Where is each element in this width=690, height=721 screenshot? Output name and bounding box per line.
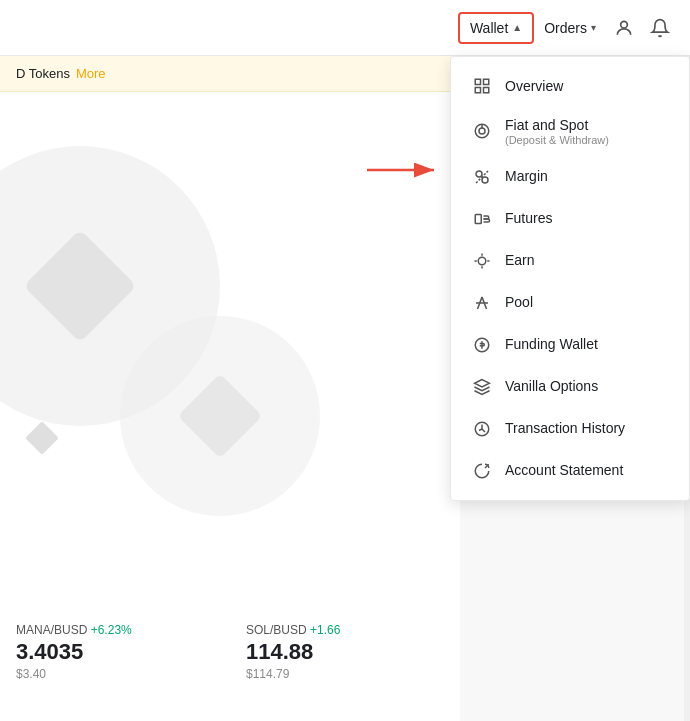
ticker-card-mana[interactable]: MANA/BUSD +6.23% 3.4035 $3.40 — [0, 613, 230, 691]
menu-item-fiat-spot[interactable]: Fiat and Spot(Deposit & Withdraw) — [451, 107, 689, 156]
ticker-change-sol: +1.66 — [310, 623, 340, 637]
ticker-pair-mana-label: MANA/BUSD — [16, 623, 91, 637]
ticker-row: MANA/BUSD +6.23% 3.4035 $3.40 SOL/BUSD +… — [0, 613, 460, 691]
circle-medium — [120, 316, 320, 516]
banner-more-link[interactable]: More — [76, 66, 106, 81]
svg-point-0 — [621, 21, 628, 28]
menu-item-vanilla[interactable]: Vanilla Options — [451, 366, 689, 408]
menu-main-label-pool: Pool — [505, 294, 533, 311]
menu-label-earn: Earn — [505, 252, 535, 269]
ticker-pair-mana: MANA/BUSD +6.23% — [16, 623, 214, 637]
menu-item-margin[interactable]: Margin — [451, 156, 689, 198]
svg-point-8 — [479, 128, 485, 134]
menu-label-futures: Futures — [505, 210, 552, 227]
svg-rect-6 — [484, 88, 489, 93]
menu-label-vanilla: Vanilla Options — [505, 378, 598, 395]
menu-main-label-earn: Earn — [505, 252, 535, 269]
ticker-price-sol: 114.88 — [246, 639, 444, 665]
orders-button[interactable]: Orders ▾ — [534, 14, 606, 42]
arrow-pointer — [362, 155, 442, 185]
menu-item-earn[interactable]: Earn — [451, 240, 689, 282]
svg-point-10 — [476, 171, 482, 177]
user-icon[interactable] — [606, 10, 642, 46]
pool-icon — [471, 292, 493, 314]
menu-label-funding: Funding Wallet — [505, 336, 598, 353]
orders-label: Orders — [544, 20, 587, 36]
menu-main-label-fiat-spot: Fiat and Spot — [505, 117, 609, 134]
background-decoration — [0, 116, 460, 666]
wallet-caret: ▲ — [512, 22, 522, 33]
ticker-usd-sol: $114.79 — [246, 667, 444, 681]
diamond-medium-icon — [178, 374, 263, 459]
ticker-usd-mana: $3.40 — [16, 667, 214, 681]
menu-item-overview[interactable]: Overview — [451, 65, 689, 107]
wallet-label: Wallet — [470, 20, 508, 36]
diamond-large-icon — [23, 229, 136, 342]
menu-label-account: Account Statement — [505, 462, 623, 479]
margin-icon — [471, 166, 493, 188]
menu-label-transaction: Transaction History — [505, 420, 625, 437]
svg-rect-13 — [475, 214, 481, 223]
menu-item-transaction[interactable]: Transaction History — [451, 408, 689, 450]
menu-main-label-funding: Funding Wallet — [505, 336, 598, 353]
banner-text: D Tokens — [16, 66, 70, 81]
svg-point-14 — [478, 257, 486, 265]
menu-item-funding[interactable]: Funding Wallet — [451, 324, 689, 366]
menu-item-account[interactable]: Account Statement — [451, 450, 689, 492]
menu-sublabel-fiat-spot: (Deposit & Withdraw) — [505, 134, 609, 146]
menu-main-label-account: Account Statement — [505, 462, 623, 479]
account-icon — [471, 460, 493, 482]
vanilla-icon — [471, 376, 493, 398]
transaction-icon — [471, 418, 493, 440]
fiat-icon — [471, 120, 493, 142]
menu-main-label-margin: Margin — [505, 168, 548, 185]
menu-item-futures[interactable]: Futures — [451, 198, 689, 240]
ticker-pair-sol: SOL/BUSD +1.66 — [246, 623, 444, 637]
earn-icon — [471, 250, 493, 272]
orders-caret: ▾ — [591, 22, 596, 33]
ticker-card-sol[interactable]: SOL/BUSD +1.66 114.88 $114.79 — [230, 613, 460, 691]
svg-point-11 — [482, 177, 488, 183]
menu-main-label-transaction: Transaction History — [505, 420, 625, 437]
promo-banner: D Tokens More — [0, 56, 460, 92]
wallet-button[interactable]: Wallet ▲ — [458, 12, 534, 44]
funding-icon — [471, 334, 493, 356]
svg-rect-5 — [475, 88, 480, 93]
ticker-price-mana: 3.4035 — [16, 639, 214, 665]
menu-main-label-overview: Overview — [505, 78, 563, 95]
notification-icon[interactable] — [642, 10, 678, 46]
menu-label-overview: Overview — [505, 78, 563, 95]
menu-item-pool[interactable]: Pool — [451, 282, 689, 324]
ticker-change-mana: +6.23% — [91, 623, 132, 637]
wallet-dropdown: OverviewFiat and Spot(Deposit & Withdraw… — [450, 56, 690, 501]
overview-icon — [471, 75, 493, 97]
diamond-small-icon — [25, 421, 59, 455]
menu-label-margin: Margin — [505, 168, 548, 185]
futures-icon — [471, 208, 493, 230]
navbar: Wallet ▲ Orders ▾ — [0, 0, 690, 56]
svg-rect-3 — [475, 79, 480, 84]
menu-main-label-vanilla: Vanilla Options — [505, 378, 598, 395]
svg-rect-4 — [484, 79, 489, 84]
menu-label-pool: Pool — [505, 294, 533, 311]
menu-label-fiat-spot: Fiat and Spot(Deposit & Withdraw) — [505, 117, 609, 146]
menu-main-label-futures: Futures — [505, 210, 552, 227]
ticker-pair-sol-label: SOL/BUSD — [246, 623, 310, 637]
